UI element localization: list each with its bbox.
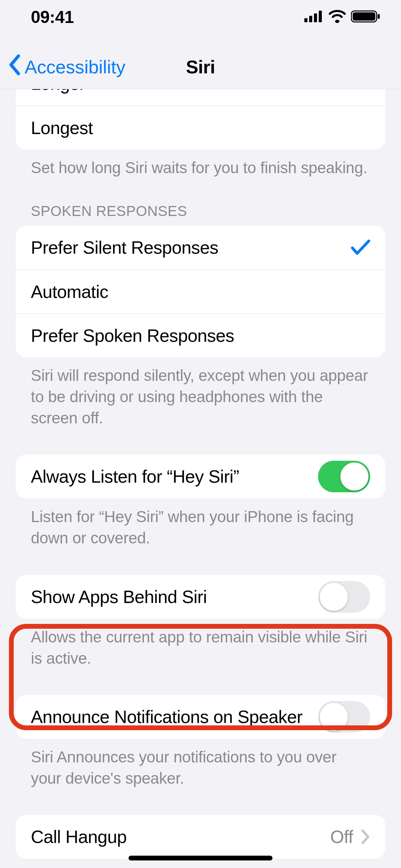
svg-rect-0 — [304, 18, 307, 22]
call-hangup-row[interactable]: Call Hangup Off — [16, 815, 385, 859]
hey-siri-group: Always Listen for “Hey Siri” — [16, 455, 385, 498]
option-label: Automatic — [31, 281, 108, 302]
status-bar: 09:41 — [0, 0, 401, 34]
svg-rect-5 — [353, 12, 375, 21]
back-button[interactable]: Accessibility — [8, 54, 125, 80]
svg-rect-2 — [314, 13, 317, 22]
hey-siri-toggle[interactable] — [318, 461, 370, 492]
row-value: Off — [330, 827, 353, 847]
hey-siri-footer: Listen for “Hey Siri” when your iPhone i… — [31, 506, 370, 548]
show-apps-row[interactable]: Show Apps Behind Siri — [16, 575, 385, 619]
show-apps-footer: Allows the current app to remain visible… — [31, 626, 370, 669]
row-label: Always Listen for “Hey Siri” — [31, 466, 239, 487]
nav-bar: Accessibility Siri — [0, 34, 401, 89]
pause-time-footer: Set how long Siri waits for you to finis… — [31, 157, 370, 178]
wifi-icon — [328, 10, 346, 24]
announce-footer: Siri Announces your notifications to you… — [31, 746, 370, 789]
svg-rect-1 — [309, 16, 312, 22]
call-hangup-group: Call Hangup Off — [16, 815, 385, 859]
announce-row[interactable]: Announce Notifications on Speaker — [16, 695, 385, 739]
spoken-responses-group: Prefer Silent Responses Automatic Prefer… — [16, 226, 385, 357]
chevron-right-icon — [361, 829, 370, 844]
pause-time-group: Longer Longest — [16, 89, 385, 149]
option-label: Prefer Spoken Responses — [31, 325, 234, 346]
show-apps-toggle[interactable] — [318, 581, 370, 613]
hey-siri-row[interactable]: Always Listen for “Hey Siri” — [16, 455, 385, 498]
cellular-icon — [304, 11, 324, 24]
pause-option-longest[interactable]: Longest — [16, 106, 385, 149]
status-time: 09:41 — [31, 7, 74, 27]
svg-rect-3 — [319, 11, 322, 22]
show-apps-group: Show Apps Behind Siri — [16, 575, 385, 619]
announce-toggle[interactable] — [318, 701, 370, 733]
spoken-option-automatic[interactable]: Automatic — [16, 269, 385, 313]
spoken-responses-header: SPOKEN RESPONSES — [31, 203, 370, 219]
row-label: Announce Notifications on Speaker — [31, 707, 303, 727]
checkmark-icon — [351, 240, 370, 255]
announce-group: Announce Notifications on Speaker — [16, 695, 385, 739]
back-label: Accessibility — [25, 56, 125, 77]
status-icons — [304, 10, 380, 24]
spoken-option-spoken[interactable]: Prefer Spoken Responses — [16, 313, 385, 357]
option-label: Longest — [31, 118, 93, 138]
svg-rect-6 — [378, 14, 380, 19]
battery-icon — [351, 10, 380, 24]
chevron-left-icon — [8, 54, 25, 80]
home-indicator — [129, 856, 272, 860]
pause-option-longer[interactable]: Longer — [16, 89, 385, 106]
spoken-option-silent[interactable]: Prefer Silent Responses — [16, 226, 385, 269]
row-label: Call Hangup — [31, 827, 127, 847]
row-label: Show Apps Behind Siri — [31, 587, 207, 607]
content: Longer Longest Set how long Siri waits f… — [0, 89, 401, 868]
option-label: Longer — [31, 89, 85, 94]
option-label: Prefer Silent Responses — [31, 237, 218, 258]
spoken-responses-footer: Siri will respond silently, except when … — [31, 365, 370, 429]
